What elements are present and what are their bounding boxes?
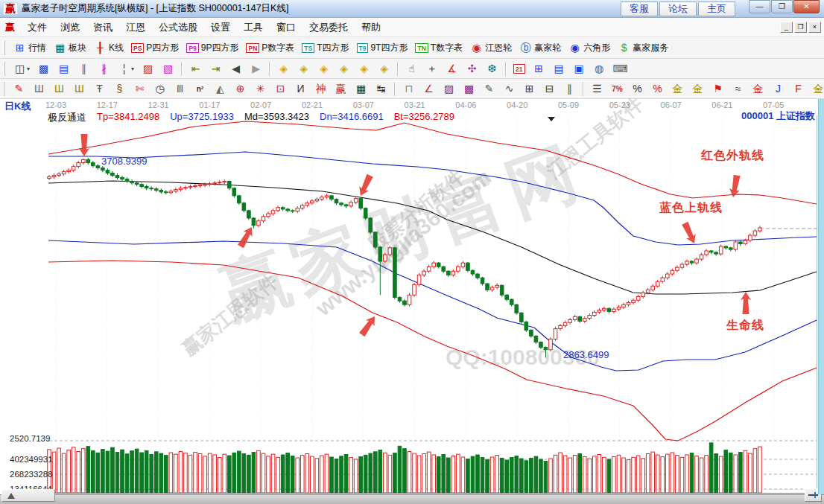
toolbar-drag-handle[interactable] bbox=[3, 82, 4, 96]
restore-button[interactable]: ❐ bbox=[771, 0, 793, 13]
mdi-restore-button[interactable]: ❐ bbox=[794, 22, 807, 33]
wave-line-tool[interactable]: ≈ bbox=[729, 81, 747, 97]
circle-target-tool[interactable]: ⊕ bbox=[231, 81, 250, 97]
sub-chart-3-tool[interactable]: ∥ bbox=[75, 61, 93, 77]
expand-volume-button[interactable] bbox=[1, 489, 55, 502]
sub-chart-9-tool[interactable]: ∦ bbox=[95, 61, 113, 77]
titlebar-button-主页[interactable]: 主页 bbox=[698, 1, 735, 16]
menu-item-交易委托[interactable]: 交易委托 bbox=[302, 19, 355, 36]
diamond-horizontal-tool[interactable]: ◈ bbox=[314, 61, 333, 77]
grid-box-b-tool[interactable]: ⊟ bbox=[540, 81, 559, 97]
diamond-left-tool[interactable]: ◈ bbox=[274, 61, 293, 77]
comb-ruler-tool[interactable]: Ⅲ bbox=[171, 81, 189, 97]
diamond-right-tool[interactable]: ◈ bbox=[294, 61, 313, 77]
p-square-button[interactable]: PSP四方形 bbox=[128, 40, 182, 56]
menu-item-窗口[interactable]: 窗口 bbox=[270, 19, 302, 36]
p9-square-button[interactable]: P99P四方形 bbox=[183, 40, 241, 56]
zigzag-tool[interactable]: ∿ bbox=[500, 81, 519, 97]
flag-tool[interactable]: ⚑ bbox=[709, 81, 727, 97]
pattern-tool[interactable]: ▨ bbox=[139, 61, 157, 77]
kline-style-tool[interactable]: ◫▾ bbox=[10, 61, 33, 77]
t9-square-button[interactable]: T99T四方形 bbox=[354, 40, 411, 56]
brush-tool[interactable]: ✎ bbox=[10, 81, 28, 97]
cycle-marker-tool[interactable]: ¦▾ bbox=[115, 61, 137, 77]
shen-ruler-tool[interactable]: 神 bbox=[311, 81, 330, 97]
menu-item-江恩[interactable]: 江恩 bbox=[119, 19, 152, 36]
toolbar-drag-handle[interactable] bbox=[3, 62, 5, 76]
percent-line-tool[interactable]: % bbox=[648, 81, 667, 97]
quotes-button[interactable]: ⊞行情 bbox=[10, 40, 49, 56]
next-bar-button[interactable]: ▶ bbox=[247, 61, 265, 77]
angle-measure-tool[interactable]: ∡ bbox=[443, 61, 461, 77]
fan-box-tool[interactable]: ▨ bbox=[440, 81, 458, 97]
menu-item-帮助[interactable]: 帮助 bbox=[355, 19, 387, 36]
price-ladder-tool[interactable]: ☰ bbox=[588, 81, 606, 97]
last-bar-button[interactable]: ⇥ bbox=[206, 61, 225, 77]
j-angle-tool[interactable]: J bbox=[769, 81, 787, 97]
diamond-cross-tool[interactable]: ◈ bbox=[335, 61, 353, 77]
menu-item-浏览[interactable]: 浏览 bbox=[54, 19, 86, 36]
save-tool[interactable]: ▣ bbox=[570, 61, 589, 77]
gold-angle-tool[interactable]: 金 bbox=[809, 81, 824, 97]
f-angle-tool[interactable]: F bbox=[789, 81, 808, 97]
flower-tool[interactable]: ✣ bbox=[463, 61, 481, 77]
t-square-button[interactable]: TST四方形 bbox=[299, 40, 352, 56]
hexagon-button[interactable]: ◉六角形 bbox=[565, 40, 613, 56]
hand-tool[interactable]: ☝ bbox=[402, 61, 421, 77]
p-number-button[interactable]: PNP数字表 bbox=[243, 40, 297, 56]
printer-tool[interactable]: ⌨ bbox=[610, 61, 629, 77]
grid-box-a-tool[interactable]: ⊞ bbox=[520, 81, 539, 97]
spiral-tool[interactable]: § bbox=[110, 81, 129, 97]
calendar-tool[interactable]: 21 bbox=[510, 63, 527, 75]
gold-circle-tool[interactable]: 金 bbox=[668, 81, 687, 97]
sectors-button[interactable]: ▦板块 bbox=[51, 40, 89, 56]
chart-window-tool[interactable]: ▩ bbox=[34, 61, 53, 77]
first-bar-button[interactable]: ⇤ bbox=[186, 61, 205, 77]
trend-pen-tool[interactable]: ✎ bbox=[480, 81, 498, 97]
minimize-button[interactable]: — bbox=[749, 0, 770, 13]
gold-red-line-tool[interactable]: 金 bbox=[749, 81, 767, 97]
f-ruler-tool[interactable]: Ŧ bbox=[90, 81, 109, 97]
prev-bar-button[interactable]: ◀ bbox=[226, 61, 245, 77]
notepad-tool[interactable]: ▤ bbox=[550, 61, 568, 77]
network-tool[interactable]: ◍ bbox=[590, 61, 609, 77]
angle-ruler-tool[interactable]: ◭ bbox=[211, 81, 229, 97]
width-measure-tool[interactable]: ↹ bbox=[372, 81, 390, 97]
gann-fan-tool[interactable]: ∠ bbox=[419, 81, 438, 97]
clock-cycle-tool[interactable]: ◷ bbox=[150, 81, 169, 97]
parallel-lines-tool[interactable]: ∥ bbox=[560, 81, 579, 97]
gate-tool[interactable]: ⊓ bbox=[399, 81, 418, 97]
n-square-tool[interactable]: n² bbox=[191, 81, 209, 97]
titlebar-button-论坛[interactable]: 论坛 bbox=[659, 1, 697, 16]
crosshair-tool[interactable]: ＋ bbox=[422, 61, 441, 77]
grid-123-tool[interactable]: ▦ bbox=[352, 81, 370, 97]
gold-ruler-2-tool[interactable]: Ш bbox=[70, 81, 89, 97]
mdi-minimize-button[interactable]: _ bbox=[780, 22, 793, 33]
winner-service-button[interactable]: $赢家服务 bbox=[615, 40, 671, 56]
titlebar-button-客服[interactable]: 客服 bbox=[621, 1, 658, 16]
chart-dropdown-icon[interactable] bbox=[548, 117, 555, 121]
t-number-button[interactable]: TNT数字表 bbox=[412, 40, 466, 56]
star-target-tool[interactable]: ✳ bbox=[251, 81, 270, 97]
square-target-tool[interactable]: ⊡ bbox=[271, 81, 290, 97]
kline-button[interactable]: ╂K线 bbox=[91, 40, 127, 56]
diamond-star-tool[interactable]: ◈ bbox=[355, 61, 373, 77]
seven-percent-tool[interactable]: 7% bbox=[608, 81, 627, 97]
snowflake-tool[interactable]: ❆ bbox=[483, 61, 501, 77]
gold-ruler-1-tool[interactable]: Ш bbox=[50, 81, 69, 97]
toolbar-drag-handle[interactable] bbox=[3, 41, 5, 55]
color-volume-tool[interactable]: ▧ bbox=[159, 61, 177, 77]
gold-line-tool[interactable]: 金 bbox=[688, 81, 707, 97]
fan-square-tool[interactable]: ▩ bbox=[460, 81, 478, 97]
ying-ruler-tool[interactable]: 赢 bbox=[332, 81, 350, 97]
menu-item-工具[interactable]: 工具 bbox=[237, 19, 270, 36]
winner-wheel-button[interactable]: ⓑ赢家轮 bbox=[516, 40, 564, 56]
time-ruler-tool[interactable]: Ш bbox=[30, 81, 48, 97]
menu-item-设置[interactable]: 设置 bbox=[204, 19, 237, 36]
knife-tool[interactable]: ✄ bbox=[130, 81, 149, 97]
wave-mark-tool[interactable]: И bbox=[291, 81, 310, 97]
menu-item-公式选股[interactable]: 公式选股 bbox=[152, 19, 204, 36]
gann-wheel-button[interactable]: ◉江恩轮 bbox=[467, 40, 515, 56]
calculator-tool[interactable]: ⊞ bbox=[530, 61, 548, 77]
close-button[interactable]: ✕ bbox=[793, 0, 820, 13]
